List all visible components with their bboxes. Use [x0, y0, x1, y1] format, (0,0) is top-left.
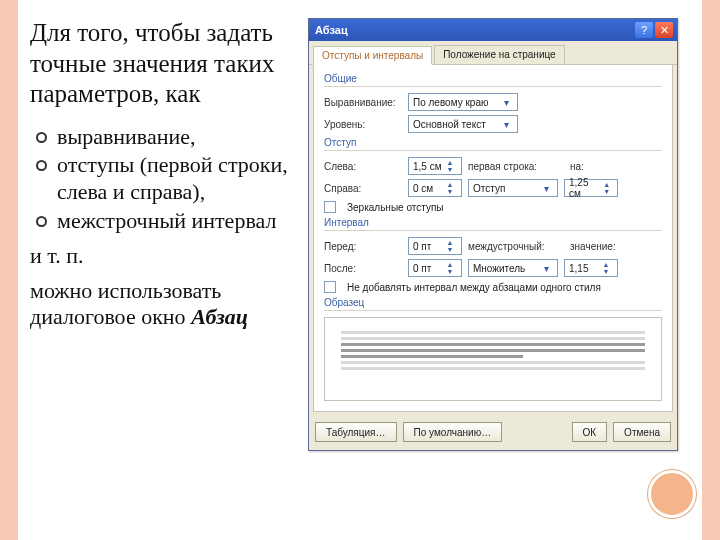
- list-item: выравнивание,: [36, 124, 298, 151]
- tab-pageposition[interactable]: Положение на странице: [434, 45, 564, 64]
- chevron-down-icon: ▾: [539, 183, 553, 194]
- tab-strip: Отступы и интервалы Положение на страниц…: [309, 41, 677, 65]
- para-emphasis: Абзац: [191, 304, 248, 329]
- indent-right-label: Справа:: [324, 183, 402, 194]
- slide-paragraph: можно использовать диалоговое окно Абзац: [30, 278, 298, 332]
- ok-button[interactable]: ОК: [572, 422, 608, 442]
- tabs-button[interactable]: Табуляция…: [315, 422, 397, 442]
- spinner-icon: ▲▼: [599, 261, 613, 275]
- firstline-label: первая строка:: [468, 161, 564, 172]
- indent-left-value: 1,5 см: [413, 161, 442, 172]
- firstline-combo[interactable]: Отступ▾: [468, 179, 558, 197]
- space-before-value: 0 пт: [413, 241, 431, 252]
- alignment-value: По левому краю: [413, 97, 488, 108]
- space-before-spin[interactable]: 0 пт▲▼: [408, 237, 462, 255]
- linespacing-combo[interactable]: Множитель▾: [468, 259, 558, 277]
- close-icon[interactable]: ✕: [655, 22, 673, 38]
- dialog-titlebar[interactable]: Абзац ? ✕: [309, 19, 677, 41]
- at-value: 1,15: [569, 263, 588, 274]
- list-item: межстрочный интервал: [36, 208, 298, 235]
- group-spacing: Интервал: [324, 217, 662, 231]
- level-label: Уровень:: [324, 119, 402, 130]
- bullet-list: выравнивание, отступы (первой строки, сл…: [36, 124, 298, 235]
- group-general: Общие: [324, 73, 662, 87]
- dialog-title: Абзац: [315, 24, 633, 36]
- linespacing-value: Множитель: [473, 263, 525, 274]
- dialog-pane: Общие Выравнивание: По левому краю▾ Уров…: [313, 65, 673, 412]
- bullet-icon: [36, 132, 47, 143]
- spinner-icon: ▲▼: [443, 261, 457, 275]
- preview-box: [324, 317, 662, 401]
- at-label: значение:: [570, 241, 616, 252]
- help-icon[interactable]: ?: [635, 22, 653, 38]
- space-after-label: После:: [324, 263, 402, 274]
- paragraph-dialog: Абзац ? ✕ Отступы и интервалы Положение …: [308, 18, 678, 451]
- space-before-label: Перед:: [324, 241, 402, 252]
- mirror-indent-checkbox[interactable]: [324, 201, 336, 213]
- spinner-icon: ▲▼: [443, 159, 457, 173]
- bullet-icon: [36, 160, 47, 171]
- group-indent: Отступ: [324, 137, 662, 151]
- level-value: Основной текст: [413, 119, 486, 130]
- slide-heading: Для того, чтобы задать точные значения т…: [30, 18, 298, 110]
- bullet-text: выравнивание,: [57, 124, 196, 151]
- slide-accent-circle: [648, 470, 696, 518]
- space-after-value: 0 пт: [413, 263, 431, 274]
- indent-by-spin[interactable]: 1,25 см▲▼: [564, 179, 618, 197]
- tail-text: и т. п.: [30, 243, 298, 270]
- spinner-icon: ▲▼: [443, 239, 457, 253]
- indent-right-spin[interactable]: 0 см▲▼: [408, 179, 462, 197]
- alignment-label: Выравнивание:: [324, 97, 402, 108]
- bullet-icon: [36, 216, 47, 227]
- indent-right-value: 0 см: [413, 183, 433, 194]
- chevron-down-icon: ▾: [499, 97, 513, 108]
- level-combo[interactable]: Основной текст▾: [408, 115, 518, 133]
- linespacing-label: междустрочный:: [468, 241, 564, 252]
- spinner-icon: ▲▼: [443, 181, 457, 195]
- indent-by-value: 1,25 см: [569, 177, 600, 199]
- chevron-down-icon: ▾: [539, 263, 553, 274]
- firstline-value: Отступ: [473, 183, 505, 194]
- mirror-indent-label: Зеркальные отступы: [347, 202, 444, 213]
- indent-left-spin[interactable]: 1,5 см▲▼: [408, 157, 462, 175]
- button-bar: Табуляция… По умолчанию… ОК Отмена: [309, 416, 677, 450]
- bullet-text: межстрочный интервал: [57, 208, 276, 235]
- by-label: на:: [570, 161, 594, 172]
- list-item: отступы (первой строки, слева и справа),: [36, 152, 298, 206]
- nospace-checkbox[interactable]: [324, 281, 336, 293]
- chevron-down-icon: ▾: [499, 119, 513, 130]
- space-after-spin[interactable]: 0 пт▲▼: [408, 259, 462, 277]
- cancel-button[interactable]: Отмена: [613, 422, 671, 442]
- nospace-label: Не добавлять интервал между абзацами одн…: [347, 282, 601, 293]
- at-value-spin[interactable]: 1,15▲▼: [564, 259, 618, 277]
- default-button[interactable]: По умолчанию…: [403, 422, 503, 442]
- alignment-combo[interactable]: По левому краю▾: [408, 93, 518, 111]
- tab-indents[interactable]: Отступы и интервалы: [313, 46, 432, 65]
- group-preview: Образец: [324, 297, 662, 311]
- indent-left-label: Слева:: [324, 161, 402, 172]
- bullet-text: отступы (первой строки, слева и справа),: [57, 152, 298, 206]
- spinner-icon: ▲▼: [600, 181, 613, 195]
